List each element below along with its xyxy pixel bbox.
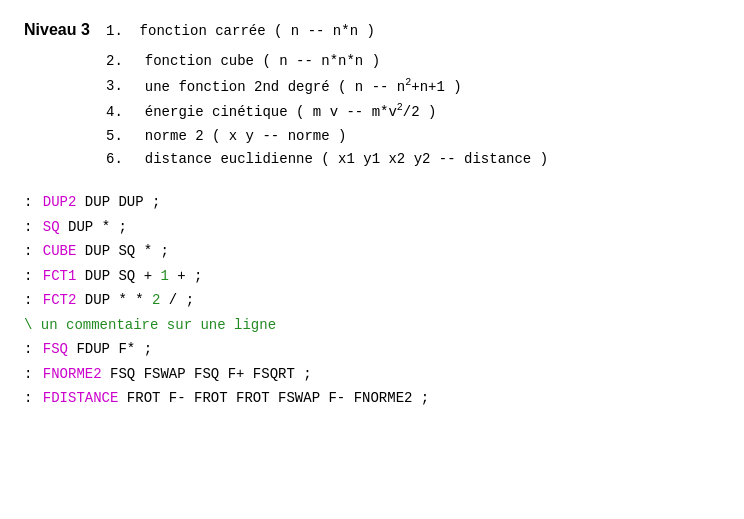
code-line-fdistance: : FDISTANCE FROT F- FROT FROT FSWAP F- F…: [24, 386, 720, 411]
body-fct2a: DUP * *: [76, 288, 143, 313]
body-fct1b: + ;: [169, 264, 203, 289]
code-line-fct1: : FCT1 DUP SQ + 1 + ;: [24, 264, 720, 289]
body-cube: DUP SQ * ;: [76, 239, 168, 264]
keyword-fct1: FCT1: [34, 264, 76, 289]
list-num: 6.: [106, 148, 128, 172]
code-line-fnorme2: : FNORME2 FSQ FSWAP FSQ F+ FSQRT ;: [24, 362, 720, 387]
list-item: 3. une fonction 2nd degré ( n -- n2+n+1 …: [106, 74, 720, 99]
keyword-fsq: FSQ: [34, 337, 68, 362]
list-text: une fonction 2nd degré ( n -- n2+n+1 ): [128, 74, 462, 99]
body-fnorme2: FSQ FSWAP FSQ F+ FSQRT ;: [102, 362, 312, 387]
list-num: 5.: [106, 125, 128, 149]
colon-symbol: :: [24, 362, 32, 387]
code-line-comment: \ un commentaire sur une ligne: [24, 313, 720, 338]
code-line-fsq: : FSQ FDUP F* ;: [24, 337, 720, 362]
keyword-fct2: FCT2: [34, 288, 76, 313]
keyword-fnorme2: FNORME2: [34, 362, 101, 387]
colon-symbol: :: [24, 190, 32, 215]
list-text: fonction cube ( n -- n*n*n ): [128, 50, 380, 74]
body-sq: DUP * ;: [60, 215, 127, 240]
header-section: Niveau 3 1. fonction carrée ( n -- n*n )…: [24, 20, 720, 172]
numbered-list: 2. fonction cube ( n -- n*n*n ) 3. une f…: [106, 50, 720, 172]
list-text: distance euclidienne ( x1 y1 x2 y2 -- di…: [128, 148, 548, 172]
colon-symbol: :: [24, 239, 32, 264]
keyword-cube: CUBE: [34, 239, 76, 264]
code-line-sq: : SQ DUP * ;: [24, 215, 720, 240]
level-title: Niveau 3 1. fonction carrée ( n -- n*n ): [24, 20, 720, 44]
list-item: 5. norme 2 ( x y -- norme ): [106, 125, 720, 149]
list-num: 2.: [106, 50, 128, 74]
number-2: 2: [144, 288, 161, 313]
code-line-dup2: : DUP2 DUP DUP ;: [24, 190, 720, 215]
colon-symbol: :: [24, 288, 32, 313]
level-label: Niveau 3: [24, 21, 94, 39]
code-line-cube: : CUBE DUP SQ * ;: [24, 239, 720, 264]
list-item: 6. distance euclidienne ( x1 y1 x2 y2 --…: [106, 148, 720, 172]
keyword-dup2: DUP2: [34, 190, 76, 215]
keyword-sq: SQ: [34, 215, 59, 240]
list-text: norme 2 ( x y -- norme ): [128, 125, 346, 149]
body-dup2: DUP DUP ;: [76, 190, 160, 215]
list-item: 4. énergie cinétique ( m v -- m*v2/2 ): [106, 99, 720, 124]
colon-symbol: :: [24, 215, 32, 240]
number-1: 1: [152, 264, 169, 289]
code-line-fct2: : FCT2 DUP * * 2 / ;: [24, 288, 720, 313]
level-item-1: 1. fonction carrée ( n -- n*n ): [106, 20, 375, 44]
body-fct2b: / ;: [160, 288, 194, 313]
list-item: 2. fonction cube ( n -- n*n*n ): [106, 50, 720, 74]
colon-symbol: :: [24, 264, 32, 289]
body-fdistance: FROT F- FROT FROT FSWAP F- FNORME2 ;: [118, 386, 429, 411]
colon-symbol: :: [24, 337, 32, 362]
list-num: 4.: [106, 101, 128, 125]
keyword-fdistance: FDISTANCE: [34, 386, 118, 411]
list-text: énergie cinétique ( m v -- m*v2/2 ): [128, 99, 436, 124]
body-fsq: FDUP F* ;: [68, 337, 152, 362]
comment-text: \ un commentaire sur une ligne: [24, 313, 276, 338]
body-fct1a: DUP SQ +: [76, 264, 152, 289]
colon-symbol: :: [24, 386, 32, 411]
list-num: 3.: [106, 75, 128, 99]
code-section: : DUP2 DUP DUP ; : SQ DUP * ; : CUBE DUP…: [24, 190, 720, 411]
